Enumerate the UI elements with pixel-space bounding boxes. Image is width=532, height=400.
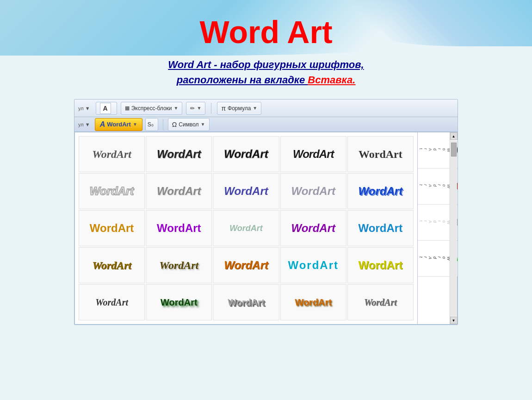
wordart-preview-19: WordArt [288,259,339,272]
wordart-preview-9: WordArt [291,185,335,198]
gallery-item-16[interactable]: WordArt [79,247,145,283]
gallery-item-7[interactable]: WordArt [146,173,212,209]
gallery-item-2[interactable]: WordArt [146,136,212,172]
wordart-preview-3: WordArt [224,148,268,161]
gallery-item-5[interactable]: WordArt [347,136,414,172]
edit-icon: ✏ [190,105,195,112]
edit-arrow: ▼ [197,106,201,111]
formula-button[interactable]: π Формула ▼ [217,102,261,115]
wordart-preview-11: WordArt [90,222,134,235]
express-blocks-label: Экспресс-блоки [131,105,172,112]
scroll-down-button[interactable]: ▼ [450,317,458,324]
wordart-preview-23: WordArt [228,297,265,308]
sidebar-item-1[interactable]: WordArt W [418,132,450,169]
symbol-label: Символ [179,121,198,128]
text-icon: A [100,103,111,114]
wordart-arrow: ▼ [133,122,137,127]
formula-label: Формула [228,105,251,112]
wordart-preview-18: WordArt [224,259,268,272]
gallery-sidebar: WordArt W WordArt W WordArt W [417,132,450,324]
separator-1 [211,103,211,114]
gallery-item-19[interactable]: WordArt [280,247,346,283]
wordart-preview-2: WordArt [157,148,201,161]
wordart-preview-12: WordArt [157,222,201,235]
symbol-button[interactable]: Ω Символ ▼ [168,118,210,131]
page-content: Word Art Word Art - набор фигурных шрифт… [0,0,532,325]
ribbon-container: ул ▼ A ▦ Экспресс-блоки ▼ ✏ ▼ π Формула [74,99,458,325]
edit-button[interactable]: ✏ ▼ [186,102,205,115]
formula-arrow: ▼ [253,106,257,111]
sidebar-vertical-4: WordArt [418,241,452,276]
text-section-left2: ул ▼ [78,122,90,127]
gallery-item-24[interactable]: WordArt [280,284,346,320]
gallery-item-22[interactable]: WordArt [146,284,212,320]
sidebar-vertical-1: WordArt [418,132,452,168]
sidebar-item-2[interactable]: WordArt W [418,169,450,205]
gallery-item-20[interactable]: WordArt [347,247,414,283]
small-icon: S₀ [148,121,154,128]
gallery-item-4[interactable]: WordArt [280,136,346,172]
page-title: Word Art [199,14,332,50]
wordart-preview-21: WordArt [95,297,128,308]
wordart-preview-5: WordArt [359,148,402,161]
scroll-up-button[interactable]: ▲ [450,132,458,140]
gallery-item-23[interactable]: WordArt [213,284,279,320]
gallery-item-6[interactable]: WordArt [79,173,145,209]
wordart-preview-4: WordArt [293,148,334,161]
wordart-gallery: WordArt WordArt WordArt WordArt WordArt … [75,132,417,324]
wordart-preview-13: WordArt [229,224,263,233]
gallery-item-12[interactable]: WordArt [146,210,212,246]
express-blocks-arrow: ▼ [174,106,179,111]
gallery-item-25[interactable]: WordArt [347,284,414,320]
subtitle: Word Art - набор фигурных шрифтов, распо… [131,57,401,88]
ribbon-bar: ул ▼ A ▦ Экспресс-блоки ▼ ✏ ▼ π Формула [74,100,458,117]
express-blocks-button[interactable]: ▦ Экспресс-блоки ▼ [121,102,183,115]
gallery-item-18[interactable]: WordArt [213,247,279,283]
scroll-track [451,141,457,316]
gallery-item-8[interactable]: WordArt [213,173,279,209]
gallery-item-21[interactable]: WordArt [79,284,145,320]
wordart-preview-10: WordArt [359,185,403,198]
small-icon-button[interactable]: S₀ [145,118,158,131]
wordart-button[interactable]: A WordArt ▼ [95,118,142,131]
wordart-preview-24: WordArt [295,297,332,308]
sidebar-item-4[interactable]: WordArt W [418,241,450,277]
sidebar-item-3[interactable]: WordArt W [418,205,450,241]
subtitle-part1: Word Art - набор фигурных шрифтов, [168,59,364,70]
ribbon-row2: ул ▼ A WordArt ▼ S₀ Ω Символ ▼ [74,117,458,132]
wordart-preview-25: WordArt [364,297,397,308]
sidebar-vertical-2: WordArt [418,169,452,204]
wordart-preview-20: WordArt [359,259,403,272]
gallery-item-1[interactable]: WordArt [79,136,145,172]
text-section-left: ул ▼ [78,106,90,111]
scrollbar[interactable]: ▲ ▼ [450,132,457,324]
wordart-preview-16: WordArt [92,259,131,272]
gallery-item-17[interactable]: WordArt [146,247,212,283]
wordart-label: WordArt [107,121,131,128]
wordart-preview-15: WordArt [359,222,403,235]
symbol-arrow: ▼ [201,122,205,127]
wordart-preview-8: WordArt [224,185,268,198]
wordart-preview-7: WordArt [157,185,201,198]
subtitle-highlight: Вставка. [308,74,355,86]
omega-icon: Ω [172,121,177,128]
gallery-item-11[interactable]: WordArt [79,210,145,246]
gallery-item-3[interactable]: WordArt [213,136,279,172]
wordart-preview-14: WordArt [291,222,335,235]
gallery-item-10[interactable]: WordArt [347,173,414,209]
gallery-item-14[interactable]: WordArt [280,210,346,246]
gallery-item-9[interactable]: WordArt [280,173,346,209]
text-button[interactable]: A [96,102,117,115]
separator-2 [163,119,163,130]
wordart-preview-17: WordArt [159,259,198,272]
pi-icon: π [221,105,226,112]
wordart-preview-22: WordArt [161,297,198,308]
gallery-item-13[interactable]: WordArt [213,210,279,246]
sidebar-vertical-3: WordArt [418,205,452,240]
gallery-area: WordArt WordArt WordArt WordArt WordArt … [74,132,458,325]
gallery-item-15[interactable]: WordArt [347,210,414,246]
subtitle-part2: расположены на вкладке Вставка. [177,74,356,86]
express-blocks-icon: ▦ [125,105,130,111]
wordart-preview-1: WordArt [92,148,131,161]
scroll-thumb[interactable] [451,143,457,156]
